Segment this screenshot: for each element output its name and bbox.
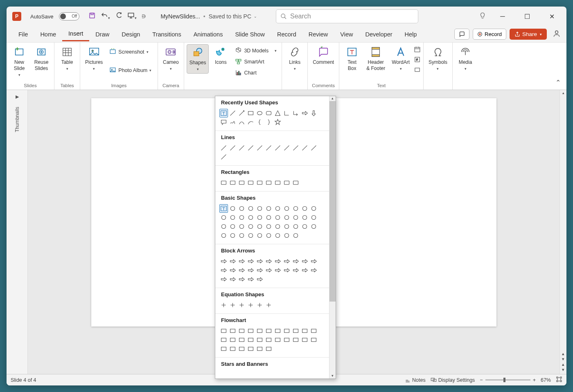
shape-item[interactable]	[300, 257, 309, 266]
shape-item[interactable]	[228, 213, 237, 222]
tab-developer[interactable]: Developer	[359, 28, 398, 41]
shape-item[interactable]	[246, 336, 255, 344]
shape-item[interactable]	[228, 222, 237, 231]
tab-help[interactable]: Help	[399, 28, 423, 41]
shape-right-arrow[interactable]	[300, 109, 309, 117]
links-button[interactable]: Links▾	[284, 44, 305, 73]
shape-item[interactable]	[228, 345, 237, 353]
shape-item[interactable]	[264, 345, 273, 353]
shape-item[interactable]	[282, 213, 291, 222]
shape-item[interactable]	[246, 345, 255, 353]
symbols-button[interactable]: Symbols▾	[426, 44, 450, 73]
minimize-button[interactable]: ─	[494, 10, 511, 23]
chart-button[interactable]: Chart	[232, 68, 279, 78]
shape-left-brace[interactable]	[255, 118, 264, 126]
shape-item[interactable]	[273, 204, 282, 213]
tab-review[interactable]: Review	[302, 28, 334, 41]
shape-item[interactable]	[237, 327, 246, 335]
shape-elbow-arrow[interactable]	[291, 109, 300, 117]
screenshot-button[interactable]: Screenshot ▾	[107, 47, 154, 57]
shape-item[interactable]	[309, 213, 318, 222]
shape-item[interactable]	[255, 231, 264, 240]
shape-item[interactable]	[246, 327, 255, 335]
shape-item[interactable]	[264, 231, 273, 240]
shape-item[interactable]	[228, 178, 237, 187]
share-button[interactable]: Share▾	[510, 29, 547, 40]
shape-item[interactable]	[309, 144, 318, 152]
shape-item[interactable]	[219, 345, 228, 353]
shape-item[interactable]	[255, 345, 264, 353]
shape-item[interactable]	[309, 257, 318, 266]
shape-rectangle[interactable]	[246, 109, 255, 117]
shape-item[interactable]	[219, 301, 228, 309]
shape-item[interactable]	[228, 204, 237, 213]
shape-curve[interactable]	[237, 118, 246, 126]
shape-item[interactable]	[237, 144, 246, 152]
shape-rounded-rect[interactable]	[264, 109, 273, 117]
smartart-button[interactable]: SmartArt	[232, 56, 279, 67]
shape-item[interactable]	[273, 144, 282, 152]
shape-item[interactable]	[273, 178, 282, 187]
shape-item[interactable]	[255, 222, 264, 231]
shape-item[interactable]	[282, 257, 291, 266]
shape-item[interactable]	[219, 336, 228, 344]
shape-item[interactable]	[282, 266, 291, 275]
shape-triangle[interactable]	[273, 109, 282, 117]
user-icon[interactable]	[553, 29, 561, 39]
shape-item[interactable]	[228, 327, 237, 335]
shape-item[interactable]	[228, 231, 237, 240]
shape-star[interactable]	[273, 118, 282, 126]
shape-item[interactable]	[291, 204, 300, 213]
comment-button[interactable]: Comment	[310, 44, 336, 67]
tab-animations[interactable]: Animations	[187, 28, 229, 41]
shape-item[interactable]	[282, 336, 291, 344]
save-icon[interactable]	[88, 12, 96, 21]
tab-home[interactable]: Home	[34, 28, 62, 41]
shape-item[interactable]	[300, 222, 309, 231]
shape-item[interactable]	[246, 231, 255, 240]
undo-icon[interactable]: ▾	[101, 12, 110, 21]
shape-l-connector[interactable]	[282, 109, 291, 117]
shape-item[interactable]	[282, 231, 291, 240]
tab-transitions[interactable]: Transitions	[146, 28, 187, 41]
shape-item[interactable]	[282, 222, 291, 231]
shape-item[interactable]	[219, 231, 228, 240]
shape-item[interactable]	[255, 327, 264, 335]
shape-item[interactable]	[246, 178, 255, 187]
slide-indicator[interactable]: Slide 4 of 4	[11, 377, 36, 383]
shape-item[interactable]	[309, 327, 318, 335]
shape-down-arrow[interactable]	[309, 109, 318, 117]
shape-item[interactable]	[237, 222, 246, 231]
shape-item[interactable]	[219, 178, 228, 187]
shape-item[interactable]	[219, 257, 228, 266]
shape-item[interactable]	[264, 178, 273, 187]
maximize-button[interactable]: ☐	[519, 10, 535, 23]
shape-item[interactable]	[246, 213, 255, 222]
record-button[interactable]: Record	[473, 29, 506, 40]
shape-callout[interactable]	[219, 118, 228, 126]
shape-item[interactable]	[291, 257, 300, 266]
cameo-button[interactable]: Cameo▾	[160, 44, 181, 73]
zoom-in-button[interactable]: +	[533, 377, 536, 383]
shapes-scrollbar[interactable]: ▴ ▾	[329, 96, 336, 378]
shape-item[interactable]	[255, 266, 264, 275]
ribbon-collapse-button[interactable]: ⌃	[550, 75, 566, 90]
shape-item[interactable]	[300, 327, 309, 335]
shape-item[interactable]	[237, 345, 246, 353]
shape-item[interactable]	[282, 204, 291, 213]
shape-item[interactable]	[219, 266, 228, 275]
display-settings-button[interactable]: Display Settings	[431, 377, 475, 383]
shape-item[interactable]	[219, 213, 228, 222]
3d-models-button[interactable]: 3D Models ▾	[232, 45, 279, 56]
shape-item[interactable]	[300, 144, 309, 152]
shape-item[interactable]	[255, 275, 264, 284]
shape-item[interactable]	[228, 257, 237, 266]
search-input[interactable]: Search	[276, 9, 418, 23]
shape-item[interactable]	[264, 301, 273, 309]
shape-item[interactable]	[237, 275, 246, 284]
shape-item[interactable]	[237, 266, 246, 275]
shape-item[interactable]	[291, 144, 300, 152]
shape-item[interactable]	[219, 222, 228, 231]
shape-item[interactable]	[246, 257, 255, 266]
pictures-button[interactable]: Pictures▾	[83, 44, 105, 73]
